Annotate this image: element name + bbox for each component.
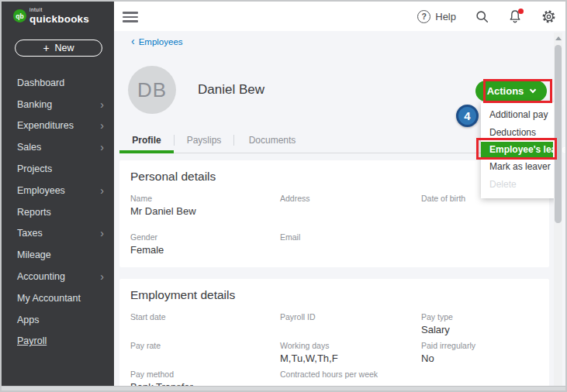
breadcrumb-label: Employees <box>139 37 183 46</box>
field-email: Email <box>280 232 421 271</box>
chevron-right-icon: › <box>100 185 104 196</box>
chevron-right-icon: › <box>100 142 104 153</box>
breadcrumb[interactable]: ‹ Employees <box>131 37 183 46</box>
sidebar-item-reports[interactable]: Reports <box>2 201 114 223</box>
settings-button[interactable] <box>541 9 556 24</box>
field-start-date: Start date <box>130 312 280 341</box>
sidebar-item-expenditures[interactable]: Expenditures› <box>2 115 114 137</box>
help-icon: ? <box>417 10 430 23</box>
field-address: Address <box>280 194 421 232</box>
notification-dot <box>518 9 524 14</box>
scroll-up-arrow-icon[interactable] <box>555 36 562 40</box>
tab-profile[interactable]: Profile <box>119 135 174 146</box>
menu-item-additional-pay[interactable]: Additional pay <box>481 106 557 124</box>
plus-icon: + <box>43 42 49 54</box>
field-name: Name Mr Daniel Bew <box>130 194 280 232</box>
search-button[interactable] <box>475 10 489 23</box>
field-payroll-id: Payroll ID <box>280 312 421 341</box>
field-pay-rate: Pay rate <box>130 341 280 370</box>
window-bottom-edge <box>2 386 565 390</box>
menu-item-deductions[interactable]: Deductions <box>481 124 557 142</box>
employment-details-card: Employment details Start date Payroll ID… <box>119 279 549 387</box>
qb-logo-icon: qb <box>13 9 26 22</box>
actions-dropdown-menu: Additional pay Deductions Employee's lea… <box>481 102 557 198</box>
sidebar-item-projects[interactable]: Projects <box>2 158 114 180</box>
menu-item-delete: Delete <box>481 176 557 194</box>
field-date-of-birth: Date of birth <box>421 194 538 232</box>
hamburger-menu-icon[interactable] <box>123 12 138 25</box>
chevron-down-icon <box>530 87 536 93</box>
sidebar: qb intuit quickbooks + New Dashboard Ban… <box>2 2 114 390</box>
sidebar-item-taxes[interactable]: Taxes› <box>2 223 114 245</box>
search-icon <box>475 10 489 23</box>
topbar-actions: ? Help <box>417 2 556 31</box>
vertical-scrollbar[interactable] <box>554 33 562 387</box>
field-pay-type: Pay type Salary <box>421 312 538 341</box>
tab-payslips[interactable]: Payslips <box>175 135 233 146</box>
chevron-right-icon: › <box>100 120 104 131</box>
step-number-badge: 4 <box>456 105 479 127</box>
help-label: Help <box>435 11 456 22</box>
quickbooks-app-window: qb intuit quickbooks + New Dashboard Ban… <box>0 0 567 392</box>
logo-name: quickbooks <box>29 14 89 25</box>
back-chevron-icon: ‹ <box>131 36 135 46</box>
sidebar-nav: Dashboard Banking› Expenditures› Sales› … <box>2 72 114 352</box>
chevron-right-icon: › <box>100 228 104 239</box>
notifications-button[interactable] <box>508 9 522 23</box>
new-button-label: New <box>55 43 74 53</box>
personal-details-title: Personal details <box>130 170 538 184</box>
page-title: Daniel Bew <box>198 82 264 98</box>
logo-wordmark: intuit quickbooks <box>29 8 89 24</box>
sidebar-item-my-accountant[interactable]: My Accountant <box>2 287 114 309</box>
sidebar-item-accounting[interactable]: Accounting› <box>2 266 114 287</box>
new-button[interactable]: + New <box>15 40 102 57</box>
sidebar-item-banking[interactable]: Banking› <box>2 94 114 115</box>
field-gender: Gender Female <box>130 232 280 271</box>
help-button[interactable]: ? Help <box>417 10 456 23</box>
sidebar-item-employees[interactable]: Employees› <box>2 180 114 201</box>
avatar: DB <box>128 66 176 114</box>
tab-documents[interactable]: Documents <box>234 135 310 146</box>
actions-button-label: Actions <box>487 85 524 97</box>
topbar: ? Help <box>114 2 565 31</box>
chevron-right-icon: › <box>100 271 104 282</box>
field-working-days: Working days M,Tu,W,Th,F <box>280 341 421 370</box>
sidebar-item-payroll[interactable]: Payroll <box>2 331 114 352</box>
active-tab-indicator <box>119 150 174 153</box>
sidebar-item-mileage[interactable]: Mileage <box>2 244 114 266</box>
field-paid-irregularly: Paid irregularly No <box>421 341 538 370</box>
scrollbar-thumb[interactable] <box>555 45 562 223</box>
menu-item-employees-leave[interactable]: Employee's leave <box>481 142 553 158</box>
gear-icon <box>541 9 556 24</box>
sidebar-item-sales[interactable]: Sales› <box>2 136 114 158</box>
sidebar-item-dashboard[interactable]: Dashboard <box>2 72 114 94</box>
quickbooks-logo[interactable]: qb intuit quickbooks <box>13 8 89 24</box>
menu-item-mark-as-leaver[interactable]: Mark as leaver <box>481 158 557 176</box>
logo-prefix: intuit <box>29 8 89 13</box>
chevron-right-icon: › <box>100 99 104 110</box>
employment-details-title: Employment details <box>130 288 538 302</box>
sidebar-item-apps[interactable]: Apps <box>2 309 114 331</box>
actions-button[interactable]: Actions <box>475 81 547 101</box>
tab-bar: Profile Payslips Documents <box>119 127 310 153</box>
